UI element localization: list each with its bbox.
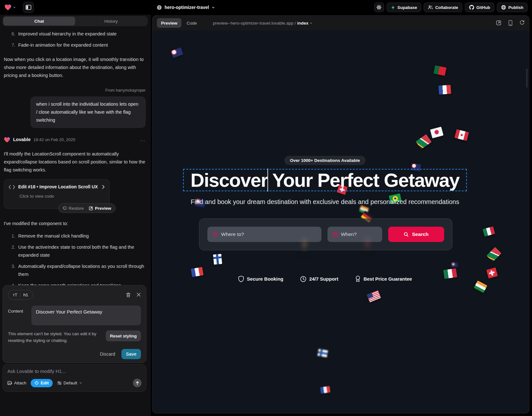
flag-fi — [213, 254, 222, 265]
message-timestamp: 18:42 on Feb 20, 2025 — [34, 136, 75, 144]
tab-preview[interactable]: Preview — [157, 18, 181, 28]
preview-button[interactable]: Preview — [89, 204, 111, 212]
chevron-down-icon — [212, 6, 215, 9]
text-type-icon: тT — [13, 292, 17, 297]
attach-button[interactable]: Attach — [7, 381, 26, 385]
message-author-label: From harrymckayroper — [4, 87, 146, 95]
tab-code[interactable]: Code — [183, 21, 201, 26]
assistant-name: Lovable — [13, 136, 31, 144]
mobile-view-icon[interactable] — [508, 20, 513, 26]
edit-card-subtitle: Click to view code — [19, 192, 105, 200]
content-field-label: Content — [8, 306, 23, 325]
publish-label: Publish — [508, 5, 523, 10]
save-button[interactable]: Save — [121, 349, 141, 359]
clock-icon — [300, 276, 306, 282]
project-switcher[interactable]: hero-optimizer-travel — [157, 0, 215, 15]
publish-button[interactable]: Publish — [497, 3, 528, 12]
edit-mode-button[interactable]: Edit — [31, 379, 53, 387]
list-item: 7.Fade-in animation for the expanded con… — [10, 41, 146, 49]
restore-preview-pill: Restore Preview — [58, 203, 116, 213]
supabase-label: Supabase — [397, 5, 417, 10]
lovable-heart-icon — [4, 137, 10, 143]
flag-nz — [451, 263, 458, 267]
people-icon — [428, 5, 433, 10]
publish-globe-icon — [501, 5, 506, 10]
feature-best-price: Best Price Guarantee — [355, 276, 412, 282]
message-menu-button[interactable]: ... — [140, 136, 146, 144]
selected-heading-box[interactable]: Discover Your Perfect Getaway — [184, 170, 466, 191]
collaborate-button[interactable]: Collaborate — [424, 3, 462, 12]
chat-composer: Attach Edit Default — [3, 364, 146, 392]
chevron-down-icon — [310, 22, 312, 25]
search-icon — [404, 232, 409, 237]
sidebar: Chat History 6.Improved visual hierarchy… — [0, 15, 151, 416]
tab-history[interactable]: History — [75, 17, 147, 26]
chevron-down-icon — [13, 6, 16, 9]
assistant-paragraph: I've modified the component to: — [4, 220, 146, 228]
lovable-logo-menu[interactable] — [4, 4, 16, 11]
image-attach-icon — [7, 381, 12, 385]
open-in-new-tab-icon[interactable] — [496, 20, 501, 26]
preview-viewport[interactable]: Over 1000+ Destinations Available Discov… — [152, 30, 529, 413]
search-button[interactable]: Search — [388, 227, 444, 242]
close-icon[interactable] — [136, 292, 141, 298]
sliders-icon — [57, 381, 62, 385]
flag-fi — [317, 349, 328, 358]
hero-section: Over 1000+ Destinations Available Discov… — [152, 30, 497, 206]
element-tag-label: h1 — [23, 292, 28, 297]
where-to-input[interactable]: Where to? — [207, 227, 321, 242]
selected-element-tag[interactable]: тT h1 — [8, 290, 33, 300]
divider — [20, 293, 20, 297]
chevron-down-icon — [79, 382, 82, 384]
assistant-paragraph: Now when you click on a location image, … — [4, 56, 146, 79]
collaborate-label: Collaborate — [435, 5, 458, 10]
styling-note: This element can't be styled. You can ed… — [8, 330, 102, 344]
restore-icon — [63, 206, 67, 210]
location-pin-icon — [212, 231, 218, 237]
refresh-icon[interactable] — [520, 20, 525, 26]
list-item: 1.Remove the manual click handling — [10, 232, 146, 240]
preview-toolbar: Preview Code preview--hero-optimizer-tra… — [152, 16, 529, 30]
toggle-sidebar-button[interactable] — [23, 2, 34, 13]
globe-icon — [157, 5, 162, 10]
text-caret — [267, 169, 268, 192]
flag-us — [367, 290, 381, 302]
preview-url-page: index — [297, 21, 308, 26]
mode-select[interactable]: Default — [57, 381, 82, 385]
github-label: GitHub — [476, 5, 490, 10]
settings-button[interactable] — [374, 3, 384, 12]
project-name: hero-optimizer-travel — [165, 5, 209, 10]
list-item: 6.Improved visual hierarchy in the expan… — [10, 30, 146, 38]
hero-subtitle: Find and book your dream destination wit… — [152, 198, 497, 206]
edit-code-card[interactable]: Edit #18 • Improve Location Scroll UX Cl… — [4, 179, 110, 209]
award-icon — [355, 276, 361, 282]
content-input[interactable]: Discover Your Perfect Getaway — [31, 306, 141, 325]
gear-icon — [376, 5, 382, 10]
reset-styling-button[interactable]: Reset styling — [106, 330, 141, 341]
flag-in — [474, 281, 487, 293]
supabase-button[interactable]: Supabase — [387, 3, 421, 12]
discard-button[interactable]: Discard — [100, 352, 115, 357]
supabase-bolt-icon — [391, 5, 395, 10]
code-icon — [9, 185, 15, 189]
feature-secure-booking: Secure Booking — [238, 276, 283, 282]
preview-scrollbar[interactable] — [526, 69, 528, 88]
github-button[interactable]: GitHub — [465, 3, 494, 12]
tab-chat[interactable]: Chat — [3, 17, 75, 26]
preview-panel: Preview Code preview--hero-optimizer-tra… — [152, 15, 529, 413]
flag-za — [487, 247, 502, 262]
flag-mx — [482, 226, 495, 237]
destinations-badge: Over 1000+ Destinations Available — [284, 156, 365, 165]
send-button[interactable] — [133, 379, 142, 387]
flag-fr — [320, 386, 330, 394]
restore-button[interactable]: Restore — [63, 204, 84, 212]
composer-input[interactable] — [7, 368, 142, 374]
target-icon — [35, 381, 39, 385]
delete-element-button[interactable] — [126, 292, 131, 298]
assistant-paragraph: I'll modify the LocationScroll component… — [4, 150, 146, 174]
preview-url[interactable]: preview--hero-optimizer-travel.lovable.a… — [213, 21, 312, 26]
chat-scroll-area[interactable]: 6.Improved visual hierarchy in the expan… — [4, 30, 146, 285]
hero-title[interactable]: Discover Your Perfect Getaway — [190, 169, 459, 191]
app-header: hero-optimizer-travel Supabase Collabora… — [0, 0, 532, 15]
when-input[interactable]: When? — [328, 227, 382, 242]
